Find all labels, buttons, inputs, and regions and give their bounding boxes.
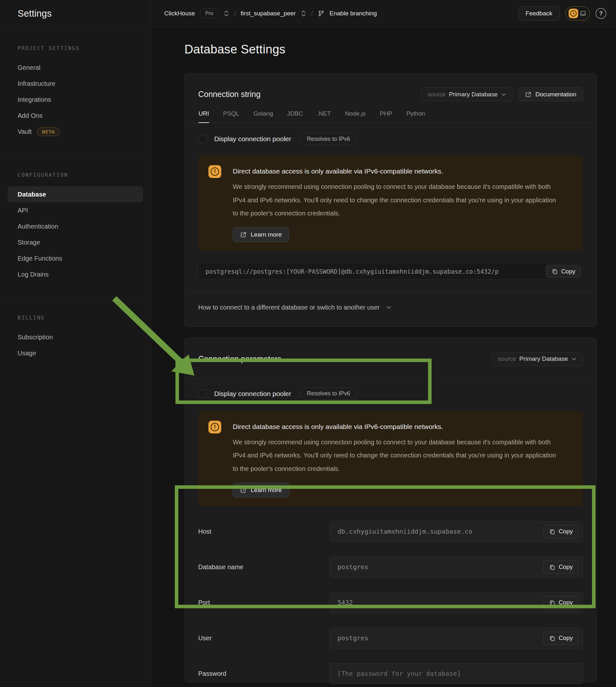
feedback-button[interactable]: Feedback [518, 6, 560, 21]
field-label-user: User [198, 635, 329, 642]
org-switcher-icon[interactable] [223, 10, 229, 17]
field-label-port: Port [198, 599, 329, 606]
external-link-icon [525, 91, 531, 98]
copy-user-button[interactable]: Copy [543, 631, 578, 645]
how-to-connect-toggle[interactable]: How to connect to a different database o… [198, 304, 583, 311]
chevron-down-icon [501, 92, 506, 97]
copy-icon [552, 268, 558, 274]
tab-psql[interactable]: PSQL [223, 110, 240, 123]
chevron-down-icon [386, 304, 392, 311]
sidebar-item-label: Add Ons [18, 112, 43, 119]
sidebar-item-label: Log Drains [18, 271, 49, 278]
learn-more-button[interactable]: Learn more [233, 227, 289, 242]
source-select[interactable]: source Primary Database [421, 87, 512, 101]
git-branch-icon [317, 10, 325, 17]
learn-more-label: Learn more [251, 487, 282, 494]
pooler-checkbox-row: Display connection pooler Resolves to IP… [198, 132, 583, 146]
plan-badge[interactable]: Pro [200, 9, 219, 18]
tab-php[interactable]: PHP [380, 110, 392, 123]
pooler-checkbox-label: Display connection pooler [214, 135, 291, 143]
sidebar-item-usage[interactable]: Usage [0, 345, 151, 361]
sidebar-divider [0, 297, 151, 297]
sidebar-item-label: Infrastructure [18, 80, 56, 87]
sidebar-item-label: Subscription [18, 334, 53, 341]
connection-parameter-fields: Hostdb.cxhygiuitamxhniiddjm.supabase.coC… [198, 521, 583, 684]
tab-golang[interactable]: Golang [253, 110, 273, 123]
source-select[interactable]: source Primary Database [492, 352, 583, 366]
port-input[interactable]: 5432Copy [329, 592, 583, 613]
sidebar-item-label: Integrations [18, 96, 51, 104]
tab-jdbc[interactable]: JDBC [287, 110, 303, 123]
copy-host-button[interactable]: Copy [543, 525, 578, 538]
database-name-input[interactable]: postgresCopy [329, 557, 583, 577]
sidebar-item-add-ons[interactable]: Add Ons [0, 108, 151, 124]
sidebar-item-storage[interactable]: Storage [0, 234, 151, 250]
sidebar-item-label: General [18, 64, 40, 71]
tab--net[interactable]: .NET [317, 110, 331, 123]
sidebar-item-log-drains[interactable]: Log Drains [0, 266, 151, 282]
documentation-button[interactable]: Documentation [518, 87, 583, 101]
connection-string-card: Connection string source Primary Databas… [184, 73, 597, 327]
copy-icon [549, 529, 555, 535]
copy-label: Copy [559, 635, 573, 642]
tab-uri[interactable]: URI [198, 110, 209, 123]
display-connection-pooler-checkbox[interactable] [198, 135, 206, 143]
copy-port-button[interactable]: Copy [543, 596, 578, 609]
database-name-value: postgres [330, 563, 368, 571]
how-to-connect-label: How to connect to a different database o… [198, 304, 380, 311]
field-row-password: Password[The password for your database] [198, 663, 583, 684]
copy-connection-string-button[interactable]: Copy [546, 265, 581, 278]
user-input[interactable]: postgresCopy [329, 628, 583, 648]
source-select-prefix: source [498, 355, 516, 362]
project-switcher-icon[interactable] [301, 10, 306, 17]
source-select-value: Primary Database [519, 355, 568, 362]
host-input[interactable]: db.cxhygiuitamxhniiddjm.supabase.coCopy [329, 521, 583, 542]
learn-more-button[interactable]: Learn more [233, 483, 289, 497]
warning-badge-icon: ! [569, 9, 578, 18]
app-title: Settings [18, 8, 51, 19]
display-connection-pooler-checkbox[interactable] [198, 390, 206, 398]
pooler-checkbox-label: Display connection pooler [214, 390, 291, 398]
sidebar-nav: PROJECT SETTINGSGeneralInfrastructureInt… [0, 27, 151, 687]
field-label-database-name: Database name [198, 563, 329, 571]
tab-node-js[interactable]: Node.js [345, 110, 366, 123]
password-input[interactable]: [The password for your database] [329, 663, 583, 684]
copy-label: Copy [559, 599, 573, 606]
breadcrumb-project[interactable]: first_supabase_peer [241, 10, 296, 17]
pooler-checkbox-row: Display connection pooler Resolves to IP… [198, 387, 583, 401]
sidebar-item-edge-functions[interactable]: Edge Functions [0, 250, 151, 266]
sidebar-item-infrastructure[interactable]: Infrastructure [0, 75, 151, 92]
tab-python[interactable]: Python [406, 110, 425, 123]
sidebar-header: Settings [0, 0, 151, 27]
warning-icon: ! [208, 165, 221, 178]
sidebar-item-api[interactable]: API [0, 202, 151, 218]
breadcrumb-branching[interactable]: Enable branching [329, 10, 377, 17]
sidebar-item-label: Vault [18, 128, 32, 135]
breadcrumb-org[interactable]: ClickHouse [164, 10, 195, 17]
field-label-host: Host [198, 528, 329, 535]
external-link-icon [240, 231, 246, 238]
documentation-label: Documentation [535, 91, 576, 98]
sidebar-item-general[interactable]: General [0, 60, 151, 75]
sidebar-item-database[interactable]: Database [8, 186, 143, 202]
sidebar-section-heading: CONFIGURATION [0, 172, 151, 178]
inbox-icon [581, 12, 586, 16]
learn-more-label: Learn more [251, 231, 282, 238]
connection-string-field[interactable]: postgresql://postgres:[YOUR-PASSWORD]@db… [198, 263, 583, 280]
sidebar-item-authentication[interactable]: Authentication [0, 218, 151, 234]
sidebar-item-integrations[interactable]: Integrations [0, 92, 151, 108]
header-actions: Feedback ! ? [518, 6, 607, 21]
user-value: postgres [330, 634, 368, 642]
chevron-down-icon [571, 356, 577, 362]
connection-string-value: postgresql://postgres:[YOUR-PASSWORD]@db… [198, 268, 546, 275]
copy-database-name-button[interactable]: Copy [543, 560, 578, 574]
sidebar-item-subscription[interactable]: Subscription [0, 329, 151, 345]
connection-string-tabs: URIPSQLGolangJDBC.NETNode.jsPHPPython [198, 110, 583, 123]
source-select-value: Primary Database [449, 91, 498, 98]
help-button[interactable]: ? [595, 8, 607, 19]
ipv6-warning-panel: ! Direct database access is only availab… [198, 156, 583, 251]
notifications-button[interactable]: ! [566, 6, 590, 21]
sidebar-item-vault[interactable]: VaultBETA [0, 124, 151, 139]
sidebar-section-heading: BILLING [0, 315, 151, 321]
warning-body: We strongly recommend using connection p… [233, 180, 558, 220]
